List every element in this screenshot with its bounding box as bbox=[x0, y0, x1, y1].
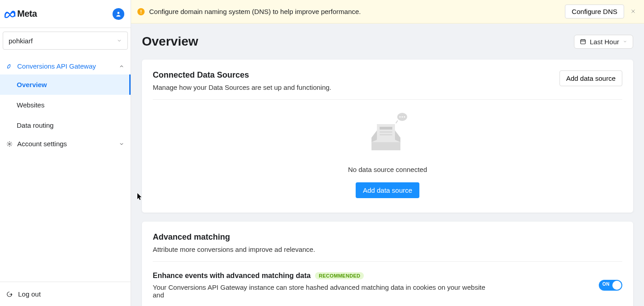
svg-point-6 bbox=[404, 116, 405, 118]
brand-name: Meta bbox=[17, 9, 37, 19]
svg-point-1 bbox=[9, 143, 10, 145]
toggle-state-label: ON bbox=[602, 282, 610, 287]
close-icon bbox=[630, 9, 636, 14]
chevron-down-icon bbox=[119, 141, 124, 147]
svg-point-5 bbox=[401, 116, 403, 118]
nav-group-label: Account settings bbox=[17, 140, 67, 148]
page-title: Overview bbox=[142, 34, 198, 49]
svg-rect-11 bbox=[371, 142, 400, 150]
feature-description: Your Conversions API Gateway instance ca… bbox=[153, 283, 487, 299]
configure-dns-button[interactable]: Configure DNS bbox=[565, 5, 624, 19]
banner-close-button[interactable] bbox=[629, 6, 638, 17]
empty-state: No data source connected Add data source bbox=[153, 108, 622, 202]
main-content: ! Configure domain naming system (DNS) t… bbox=[131, 0, 644, 306]
chevron-down-icon bbox=[117, 38, 122, 43]
svg-rect-8 bbox=[380, 127, 392, 130]
nav-item-data-routing[interactable]: Data routing bbox=[0, 115, 131, 135]
advanced-matching-toggle[interactable]: ON bbox=[599, 280, 622, 291]
user-avatar[interactable] bbox=[113, 8, 124, 20]
account-selector[interactable]: pohkiarf bbox=[3, 32, 128, 50]
time-range-label: Last Hour bbox=[590, 38, 619, 46]
warning-icon: ! bbox=[137, 8, 145, 15]
svg-rect-2 bbox=[581, 40, 586, 44]
nav-item-websites[interactable]: Websites bbox=[0, 95, 131, 115]
meta-logo-icon bbox=[4, 9, 16, 19]
nav-group-label: Conversions API Gateway bbox=[17, 62, 96, 70]
nav-group-conversions-api[interactable]: Conversions API Gateway bbox=[0, 58, 131, 74]
sidebar-header: Meta bbox=[0, 0, 131, 28]
card-title: Connected Data Sources bbox=[153, 70, 331, 80]
time-range-selector[interactable]: Last Hour bbox=[574, 35, 633, 49]
svg-rect-10 bbox=[380, 134, 392, 135]
recommended-badge: RECOMMENDED bbox=[315, 272, 364, 279]
add-data-source-button[interactable]: Add data source bbox=[559, 70, 622, 86]
card-title: Advanced matching bbox=[153, 232, 622, 242]
svg-point-4 bbox=[399, 116, 400, 118]
user-icon bbox=[115, 11, 122, 17]
sidebar-nav: Conversions API Gateway Overview Website… bbox=[0, 51, 131, 282]
feature-title: Enhance events with advanced matching da… bbox=[153, 272, 310, 280]
chevron-down-icon bbox=[623, 39, 627, 44]
advanced-matching-card: Advanced matching Attribute more convers… bbox=[142, 222, 633, 306]
card-subtitle: Attribute more conversions and improve a… bbox=[153, 246, 622, 253]
sidebar: Meta pohkiarf Co bbox=[0, 0, 131, 306]
toggle-knob bbox=[612, 281, 621, 290]
nav-item-overview[interactable]: Overview bbox=[0, 74, 131, 95]
connected-data-sources-card: Connected Data Sources Manage how your D… bbox=[142, 60, 633, 213]
chevron-up-icon bbox=[119, 64, 124, 69]
logout-icon bbox=[6, 291, 13, 297]
banner-text: Configure domain naming system (DNS) to … bbox=[149, 8, 560, 15]
svg-rect-9 bbox=[380, 131, 392, 133]
brand-logo[interactable]: Meta bbox=[4, 9, 37, 19]
logout-button[interactable]: Log out bbox=[0, 282, 131, 306]
logout-label: Log out bbox=[18, 290, 41, 298]
rocket-icon bbox=[6, 63, 13, 70]
card-subtitle: Manage how your Data Sources are set up … bbox=[153, 83, 331, 91]
empty-inbox-icon bbox=[365, 111, 410, 157]
add-data-source-primary-button[interactable]: Add data source bbox=[356, 182, 419, 198]
dns-banner: ! Configure domain naming system (DNS) t… bbox=[131, 0, 644, 23]
empty-state-text: No data source connected bbox=[348, 166, 427, 173]
svg-point-0 bbox=[118, 12, 120, 14]
calendar-icon bbox=[580, 38, 586, 45]
gear-icon bbox=[6, 141, 13, 147]
account-selected-label: pohkiarf bbox=[9, 37, 33, 45]
nav-group-account-settings[interactable]: Account settings bbox=[0, 135, 131, 152]
